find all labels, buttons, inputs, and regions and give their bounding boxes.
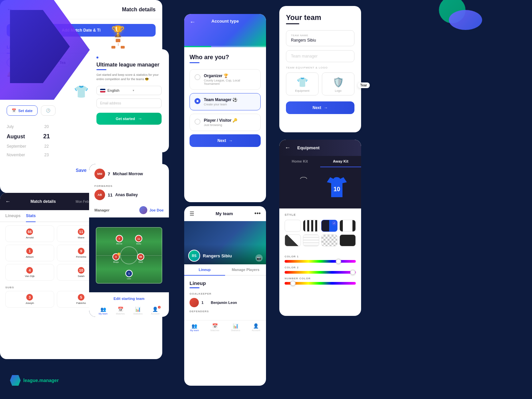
team-manager-field[interactable]: Team manager [286, 50, 354, 62]
myteam-nav-myteam-icon: 👥 [192, 323, 197, 329]
style-label: STYLE [285, 213, 356, 216]
tab-home-kit[interactable]: Home Kit [279, 156, 320, 167]
style-side-stripes[interactable] [339, 220, 356, 232]
equipment-label: Equipment [295, 89, 309, 92]
subs-num-5: 5 [78, 294, 84, 301]
match-details-title: Match details [122, 7, 156, 13]
myteam-nav-matches-label: Matches [210, 329, 219, 332]
role-manager[interactable]: Team Manager ⚽ Create your team [190, 93, 261, 110]
style-plain[interactable] [285, 220, 301, 232]
tab-manage-players[interactable]: Manage Players [225, 264, 266, 276]
color1-slider[interactable] [285, 260, 356, 263]
style-halves[interactable]: ✓ [321, 220, 337, 232]
dot-indicator [96, 57, 98, 59]
role-visitor-content: Player / Visitor 🔑 Just browsing [204, 118, 238, 127]
lineup-tabs: Lineup Manage Players [184, 264, 266, 276]
pitch-container: 7 Morrow 11 Bailey 4 C Bloggs 66 Baird 1… [89, 218, 169, 292]
myteam-nav-statistics[interactable]: 📊 Statistics [231, 323, 240, 332]
defenders-label: DEFENDERS [190, 310, 261, 313]
svg-text:10: 10 [333, 186, 340, 193]
email-field[interactable]: Email address [96, 98, 162, 108]
ps-name-vandijk: Van Dijk [25, 275, 35, 278]
radio-visitor [195, 119, 200, 125]
camera-button[interactable]: 📷 [255, 254, 263, 262]
equipment-row: 👕 Equipment 🛡️ Logo [286, 72, 354, 95]
myteam-nav-myteam[interactable]: 👥 My team [190, 323, 199, 332]
nav-account[interactable]: 👤 1 Account [151, 307, 159, 315]
stats-tab-stats[interactable]: Stats [26, 210, 36, 222]
stats-card-arnold: 66 Arnold [5, 225, 54, 242]
yourteam-panel: Your team Team name Rangers Sibiu Team m… [279, 6, 361, 132]
language-selector[interactable]: English ▾ [96, 86, 162, 95]
login-subtitle: Get started and keep score & statistics … [96, 73, 162, 81]
set-time-button[interactable]: 🕐 [41, 105, 56, 116]
pitch-badge-66: 66 [137, 253, 144, 260]
subs-name-joseph: Joseph [25, 302, 34, 305]
style-block[interactable] [339, 234, 356, 246]
set-date-label: Set date [18, 109, 33, 113]
number-color-slider[interactable] [285, 282, 356, 285]
account-header: ← Account type [184, 14, 266, 47]
get-started-button[interactable]: Get started → [96, 113, 162, 125]
nav-myteam[interactable]: 👥 My team [99, 307, 108, 315]
myteam-nav-myteam-label: My team [190, 329, 199, 332]
style-checker[interactable] [321, 234, 337, 246]
myteam-nav-account[interactable]: 👤 Account [252, 323, 260, 332]
dots-menu-icon[interactable]: ••• [254, 210, 261, 217]
account-next-button[interactable]: Next → [190, 134, 261, 147]
trophy-area: 🏆 [111, 25, 125, 49]
equipment-back-button[interactable]: ← [285, 144, 291, 151]
clock-icon: 🕐 [46, 108, 51, 113]
flag-uk-icon [100, 89, 105, 92]
login-panel: Ultimate league manager Get started and … [89, 49, 169, 152]
login-title: Ultimate league manager [96, 62, 162, 68]
role-visitor[interactable]: Player / Visitor 🔑 Just browsing [190, 114, 261, 131]
menu-icon[interactable]: ☰ [190, 210, 194, 217]
color-section: COLOR 1 COLOR 2 NUMBER COLOR [279, 254, 361, 291]
nav-matches[interactable]: 📅 Matches [116, 307, 125, 315]
pitch-player-4: 4 C Bloggs [112, 253, 120, 263]
lineup-content-title: Lineup [190, 280, 261, 286]
team-banner-info: RS Rangers Sibiu [188, 250, 232, 262]
style-collar[interactable] [303, 234, 319, 246]
team-name-field[interactable]: Team name Rangers Sibiu [286, 30, 354, 46]
color2-row: COLOR 2 [285, 266, 356, 274]
subs-num-3: 3 [26, 294, 33, 301]
lineup-header: MM 7 Michael Morrow [89, 164, 169, 183]
color2-slider[interactable] [285, 271, 356, 274]
set-date-button[interactable]: 📅 Set date [7, 105, 38, 116]
month-september: September [7, 144, 40, 149]
visitor-title: Player / Visitor 🔑 [204, 118, 238, 123]
shield-icon: 🛡️ [332, 77, 344, 88]
ps-num-11: 11 [78, 228, 84, 235]
number-color-label: NUMBER COLOR [285, 277, 356, 280]
match-stats-back-button[interactable]: ← [5, 199, 11, 204]
nav-statistics[interactable]: 📊 Statistics [133, 307, 143, 315]
yourteam-next-button[interactable]: Next → [286, 101, 354, 114]
save-button[interactable]: Save [76, 168, 87, 173]
style-stripes[interactable] [303, 220, 319, 232]
lineup-panel: MM 7 Michael Morrow FORWARDS AB 11 Anas … [89, 164, 169, 317]
home-jersey [292, 174, 315, 202]
myteam-nav-matches[interactable]: 📅 Matches [210, 323, 219, 332]
style-diagonal[interactable] [285, 234, 301, 246]
equipment-section-label: TEAM EQUIPMENT & LOGO [286, 66, 354, 69]
role-organizer[interactable]: Organizer 🏆 County League, Cup, Local To… [190, 69, 261, 90]
heading-underline [190, 62, 200, 63]
color1-row: COLOR 1 [285, 255, 356, 263]
account-back-button[interactable]: ← [190, 19, 196, 25]
color1-label: COLOR 1 [285, 255, 356, 258]
logo-text: league.manager [23, 378, 59, 383]
forward-number: 11 [108, 193, 112, 198]
edit-team-button[interactable]: Edit starting team [114, 297, 145, 301]
tab-lineup[interactable]: Lineup [184, 264, 225, 276]
language-label: English [107, 88, 133, 92]
pitch-badge-4: 4 C [112, 253, 120, 260]
home-jersey-svg [292, 174, 315, 200]
stats-tab-lineups[interactable]: Lineups [5, 210, 21, 222]
equipment-box[interactable]: 👕 Equipment [286, 72, 319, 95]
tab-away-kit[interactable]: Away Kit [320, 156, 361, 167]
role-manager-content: Team Manager ⚽ Create your team [204, 97, 237, 106]
team-name-value: Rangers Sibiu [291, 38, 349, 43]
logo-box[interactable]: 🛡️ Logo [322, 72, 354, 95]
